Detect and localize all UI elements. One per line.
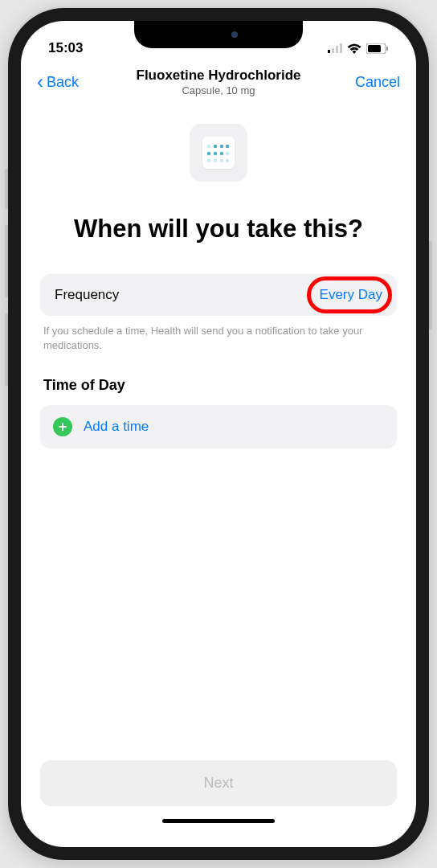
next-button[interactable]: Next (40, 760, 397, 806)
page-subtitle: Capsule, 10 mg (137, 84, 301, 96)
page-title: Fluoxetine Hydrochloride (137, 68, 301, 84)
content-area: When will you take this? Frequency Every… (21, 100, 416, 847)
navigation-bar: ‹ Back Fluoxetine Hydrochloride Capsule,… (21, 61, 416, 100)
home-indicator[interactable] (162, 819, 275, 823)
hint-text: If you schedule a time, Health will send… (43, 324, 394, 353)
back-button[interactable]: ‹ Back (37, 71, 79, 93)
frequency-value: Every Day (320, 287, 382, 303)
status-time: 15:03 (48, 40, 83, 56)
add-time-label: Add a time (84, 419, 149, 435)
frequency-label: Frequency (55, 287, 119, 303)
chevron-left-icon: ‹ (37, 71, 43, 93)
cancel-button[interactable]: Cancel (355, 74, 400, 91)
screen: 15:03 ‹ Back Fluoxetine Hydrochloride Ca… (21, 21, 416, 847)
svg-rect-2 (336, 46, 338, 53)
svg-rect-6 (386, 47, 388, 51)
prompt-heading: When will you take this? (40, 214, 397, 245)
volume-button (5, 313, 8, 386)
battery-icon (366, 43, 389, 54)
device-notch (134, 21, 303, 48)
status-icons (328, 43, 389, 54)
svg-rect-1 (332, 48, 334, 53)
time-section-title: Time of Day (43, 377, 397, 394)
nav-title-group: Fluoxetine Hydrochloride Capsule, 10 mg (137, 68, 301, 96)
camera-dot (231, 31, 238, 38)
calendar-icon (202, 137, 235, 169)
frequency-row[interactable]: Frequency Every Day (40, 274, 397, 316)
svg-rect-5 (368, 45, 381, 52)
phone-frame: 15:03 ‹ Back Fluoxetine Hydrochloride Ca… (8, 8, 429, 860)
svg-rect-3 (340, 43, 342, 53)
cellular-icon (328, 43, 342, 53)
spacer (40, 448, 397, 760)
wifi-icon (347, 43, 361, 54)
schedule-icon-container (190, 124, 247, 182)
add-time-button[interactable]: + Add a time (40, 405, 397, 448)
power-button (429, 241, 432, 330)
svg-rect-0 (328, 50, 330, 53)
plus-icon: + (53, 417, 72, 436)
back-label: Back (47, 74, 79, 91)
